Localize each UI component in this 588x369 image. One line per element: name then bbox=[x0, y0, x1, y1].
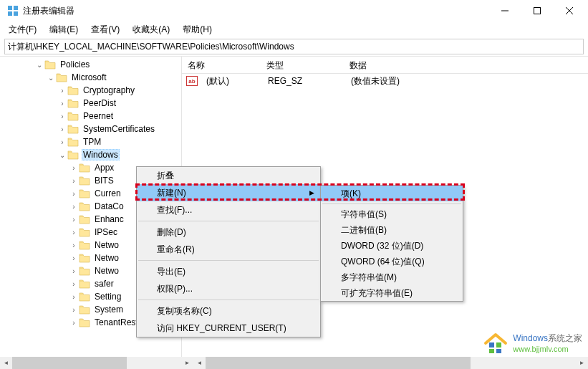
tree-node[interactable]: ›Cryptography bbox=[0, 84, 181, 97]
expander-icon[interactable]: › bbox=[69, 216, 79, 224]
menu-edit[interactable]: 编辑(E) bbox=[44, 22, 84, 37]
ctx-collapse[interactable]: 折叠 bbox=[137, 167, 320, 184]
tree-node-label: Peernet bbox=[82, 110, 115, 122]
expander-icon[interactable]: › bbox=[69, 254, 79, 262]
expander-icon[interactable]: › bbox=[69, 177, 79, 185]
expander-icon[interactable]: › bbox=[57, 112, 67, 120]
expander-icon[interactable]: › bbox=[57, 125, 67, 133]
tree-node-label: PeerDist bbox=[82, 97, 117, 109]
sub-binary[interactable]: 二进制值(B) bbox=[321, 222, 463, 238]
menu-view[interactable]: 查看(V) bbox=[85, 22, 125, 37]
scroll-left-button[interactable]: ◄ bbox=[0, 357, 12, 369]
window-title: 注册表编辑器 bbox=[23, 5, 488, 17]
menu-help[interactable]: 帮助(H) bbox=[177, 22, 218, 37]
expander-icon[interactable]: › bbox=[69, 229, 79, 236]
sub-dword[interactable]: DWORD (32 位)值(D) bbox=[321, 238, 463, 254]
menu-bar: 文件(F) 编辑(E) 查看(V) 收藏夹(A) 帮助(H) bbox=[0, 21, 588, 37]
sub-string[interactable]: 字符串值(S) bbox=[321, 206, 463, 222]
tree-node-label: TPM bbox=[82, 136, 102, 148]
ctx-find[interactable]: 查找(F)... bbox=[137, 201, 320, 219]
submenu-arrow-icon: ▶ bbox=[309, 189, 314, 196]
expander-icon[interactable]: › bbox=[69, 267, 79, 275]
svg-rect-9 bbox=[496, 342, 501, 348]
sub-qword[interactable]: QWORD (64 位)值(Q) bbox=[321, 254, 463, 269]
col-data[interactable]: 数据 bbox=[344, 57, 451, 73]
col-name[interactable]: 名称 bbox=[182, 57, 261, 73]
tree-node[interactable]: ⌄Policies bbox=[0, 58, 181, 71]
expander-icon[interactable]: › bbox=[57, 87, 67, 95]
expander-icon[interactable]: ⌄ bbox=[46, 74, 56, 82]
menu-file[interactable]: 文件(F) bbox=[3, 22, 42, 37]
sub-key[interactable]: 项(K) bbox=[321, 186, 463, 201]
tree-node-label: Policies bbox=[59, 59, 91, 70]
tree-node-label: SystemCertificates bbox=[82, 123, 156, 135]
tree-node-label: Appx bbox=[93, 162, 115, 173]
scroll-right-button-2[interactable]: ► bbox=[576, 357, 588, 369]
tree-node[interactable]: ›PeerDist bbox=[0, 97, 181, 110]
cell-data: (数值未设置) bbox=[345, 74, 405, 89]
ctx-copy-key-name[interactable]: 复制项名称(C) bbox=[137, 302, 320, 320]
scroll-thumb-right[interactable] bbox=[206, 357, 471, 369]
ctx-delete[interactable]: 删除(D) bbox=[137, 224, 320, 241]
tree-node-label: System bbox=[93, 304, 125, 315]
tree-node[interactable]: ⌄Microsoft bbox=[0, 71, 181, 84]
maximize-button[interactable] bbox=[521, 0, 553, 21]
expander-icon[interactable]: ⌄ bbox=[57, 151, 67, 159]
watermark-brand: Windows系统之家 bbox=[513, 331, 582, 345]
close-button[interactable] bbox=[553, 0, 585, 21]
expander-icon[interactable]: › bbox=[69, 190, 79, 198]
expander-icon[interactable]: › bbox=[69, 241, 79, 249]
expander-icon[interactable]: › bbox=[69, 164, 79, 172]
expander-icon[interactable]: › bbox=[57, 138, 67, 146]
ctx-new[interactable]: 新建(N)▶ bbox=[137, 184, 320, 201]
scroll-right-button[interactable]: ► bbox=[181, 357, 193, 369]
tree-node-label: Microsoft bbox=[70, 72, 108, 83]
ctx-new-label: 新建(N) bbox=[157, 187, 186, 199]
svg-rect-0 bbox=[8, 6, 12, 10]
tree-node-label: Netwo bbox=[93, 239, 120, 251]
expander-icon[interactable]: ⌄ bbox=[34, 61, 44, 69]
watermark: Windows系统之家 www.bjjmlv.com bbox=[483, 329, 582, 355]
tree-node-label: safer bbox=[93, 278, 115, 289]
tree-node-label: BITS bbox=[93, 175, 115, 186]
expander-icon[interactable]: › bbox=[69, 319, 79, 327]
address-bar[interactable]: 计算机\HKEY_LOCAL_MACHINE\SOFTWARE\Policies… bbox=[4, 39, 584, 54]
svg-rect-5 bbox=[534, 8, 540, 14]
tree-node-label: Curren bbox=[93, 188, 122, 199]
ctx-export[interactable]: 导出(E) bbox=[137, 263, 320, 280]
tree-node-label: Setting bbox=[93, 291, 122, 302]
tree-node-label: Netwo bbox=[93, 265, 120, 277]
tree-node[interactable]: ›TPM bbox=[0, 135, 181, 148]
ctx-permissions[interactable]: 权限(P)... bbox=[137, 280, 320, 297]
minimize-button[interactable] bbox=[488, 0, 521, 21]
col-type[interactable]: 类型 bbox=[261, 57, 344, 73]
tree-node-label: DataCo bbox=[93, 201, 125, 212]
tree-node[interactable]: ⌄Windows bbox=[0, 148, 181, 161]
scroll-thumb-left[interactable] bbox=[12, 357, 127, 369]
sub-expandstring[interactable]: 可扩充字符串值(E) bbox=[321, 285, 463, 301]
list-header: 名称 类型 数据 bbox=[182, 57, 588, 74]
menu-favorites[interactable]: 收藏夹(A) bbox=[127, 22, 175, 37]
tree-node[interactable]: ›SystemCertificates bbox=[0, 123, 181, 135]
expander-icon[interactable]: › bbox=[69, 280, 79, 288]
tree-node-label: IPSec bbox=[93, 226, 119, 238]
tree-node-label: Cryptography bbox=[82, 85, 136, 96]
scroll-track-right[interactable] bbox=[206, 357, 576, 369]
svg-rect-2 bbox=[8, 11, 12, 16]
scroll-track-left[interactable] bbox=[12, 357, 181, 369]
svg-rect-11 bbox=[496, 349, 501, 353]
expander-icon[interactable]: › bbox=[57, 100, 67, 107]
sub-multistring[interactable]: 多字符串值(M) bbox=[321, 269, 463, 285]
ctx-goto-hkcu[interactable]: 访问 HKEY_CURRENT_USER(T) bbox=[137, 320, 320, 337]
tree-node-label: Windows bbox=[82, 149, 120, 160]
tree-node[interactable]: ›Peernet bbox=[0, 110, 181, 123]
sub-separator bbox=[322, 203, 461, 204]
expander-icon[interactable]: › bbox=[69, 293, 79, 301]
ctx-rename[interactable]: 重命名(R) bbox=[137, 241, 320, 258]
scroll-left-button-2[interactable]: ◄ bbox=[193, 357, 206, 369]
scrollbar-horizontal[interactable]: ◄ ► ◄ ► bbox=[0, 357, 588, 369]
list-row[interactable]: ab (默认) REG_SZ (数值未设置) bbox=[182, 74, 588, 88]
expander-icon[interactable]: › bbox=[69, 203, 79, 211]
cell-type: REG_SZ bbox=[262, 75, 345, 87]
expander-icon[interactable]: › bbox=[69, 306, 79, 314]
